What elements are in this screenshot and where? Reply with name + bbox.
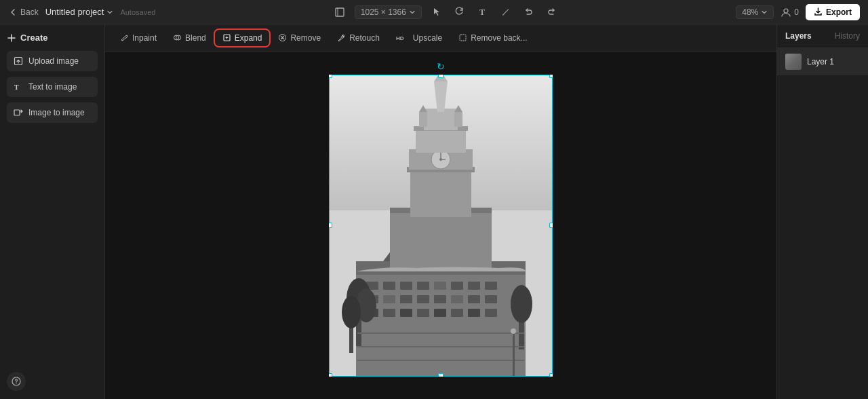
svg-rect-41 [485,309,497,317]
help-button[interactable] [7,372,26,391]
sidebar-bottom [7,372,98,391]
zoom-dropdown-icon [761,9,768,16]
expand-button[interactable]: Expand [216,31,269,45]
create-label: Create [20,33,47,43]
svg-rect-29 [417,295,429,303]
retouch-button[interactable]: Retouch [330,31,387,45]
text-tool-button[interactable]: T [473,3,492,22]
history-tab[interactable]: History [835,31,860,41]
svg-rect-60 [454,112,462,127]
svg-rect-6 [14,110,20,115]
image-to-image-button[interactable]: Image to image [7,102,98,123]
blend-button[interactable]: Blend [166,31,213,45]
svg-rect-20 [400,282,412,290]
undo-button[interactable] [519,3,538,22]
back-arrow-icon [8,7,18,17]
image-container[interactable]: ↻ [329,75,553,377]
remove-back-label: Remove back... [471,33,527,43]
help-icon [12,377,21,386]
svg-point-3 [784,9,788,13]
panel-header: Layers History [777,24,868,48]
remove-background-button[interactable]: Remove back... [452,31,534,45]
svg-rect-19 [383,282,395,290]
frame-tool-button[interactable] [330,3,349,22]
image-to-image-icon [14,108,23,117]
svg-rect-24 [468,282,480,290]
upload-image-label: Upload image [28,56,79,66]
back-button[interactable]: Back [8,7,39,17]
svg-rect-0 [336,8,344,16]
svg-rect-37 [417,309,429,317]
upscale-button[interactable]: HD Upscale [389,31,449,45]
svg-rect-23 [451,282,463,290]
svg-rect-38 [434,309,446,317]
tower-illustration [329,75,553,377]
svg-rect-72 [357,332,524,334]
canvas-area: Inpaint Blend Expand [105,24,776,399]
svg-point-71 [511,285,532,323]
remove-button[interactable]: Remove [271,31,328,45]
undo-icon [524,7,534,17]
layer-thumb-image [785,54,802,70]
svg-point-69 [342,296,361,328]
chevron-down-icon [106,9,113,16]
export-icon [814,7,823,16]
svg-rect-21 [417,282,429,290]
svg-rect-36 [400,309,412,317]
pen-tool-button[interactable] [496,3,515,22]
layers-tab[interactable]: Layers [785,31,812,41]
inpaint-icon [120,33,129,42]
text-icon: T [477,7,488,17]
expand-icon [222,33,231,42]
dimension-display[interactable]: 1025 × 1366 [355,5,422,19]
topbar: Back Untitled project Autosaved 1025 × 1… [0,0,868,24]
canvas-viewport[interactable]: ↻ [105,52,776,399]
svg-rect-35 [383,309,395,317]
svg-point-76 [511,328,516,334]
upload-image-button[interactable]: Upload image [7,51,98,71]
create-header: Create [7,33,98,43]
main-layout: Create Upload image T Text to image Imag… [0,24,868,399]
svg-rect-25 [485,282,497,290]
cursor-tool-button[interactable] [427,3,446,22]
export-button[interactable]: Export [806,4,860,20]
rotate-handle[interactable]: ↻ [435,61,446,72]
user-icon [781,7,791,18]
svg-rect-40 [468,309,480,317]
topbar-center: 1025 × 1366 T [163,3,728,22]
svg-rect-32 [468,295,480,303]
svg-text:T: T [14,83,19,91]
toolbar-strip: Inpaint Blend Expand [105,24,776,52]
svg-rect-33 [485,295,497,303]
topbar-right: 48% 0 Export [736,4,860,20]
expand-label: Expand [235,33,262,43]
layers-panel: Layers History Layer 1 [776,24,868,399]
image-to-image-label: Image to image [28,108,85,117]
svg-text:T: T [479,7,485,17]
project-name[interactable]: Untitled project [45,7,114,17]
remove-icon [278,33,287,42]
upload-icon [14,56,23,66]
text-to-image-button[interactable]: T Text to image [7,77,98,97]
inpaint-button[interactable]: Inpaint [113,31,163,45]
zoom-value: 48% [742,7,758,17]
redo-button[interactable] [542,3,561,22]
svg-rect-49 [410,170,471,217]
svg-rect-73 [357,346,524,347]
text-to-image-icon: T [14,82,23,92]
layer-item[interactable]: Layer 1 [777,48,868,75]
dropdown-icon [409,9,416,16]
svg-rect-27 [383,295,395,303]
svg-rect-75 [513,332,515,377]
svg-rect-31 [451,295,463,303]
svg-rect-56 [416,129,466,153]
sidebar: Create Upload image T Text to image Imag… [0,24,105,399]
upscale-icon: HD [396,33,410,42]
svg-rect-28 [400,295,412,303]
rotate-icon [454,7,465,17]
svg-rect-39 [451,309,463,317]
dimension-text: 1025 × 1366 [361,7,406,17]
zoom-control[interactable]: 48% [736,5,774,19]
rotate-tool-button[interactable] [450,3,469,22]
svg-rect-74 [357,360,524,361]
